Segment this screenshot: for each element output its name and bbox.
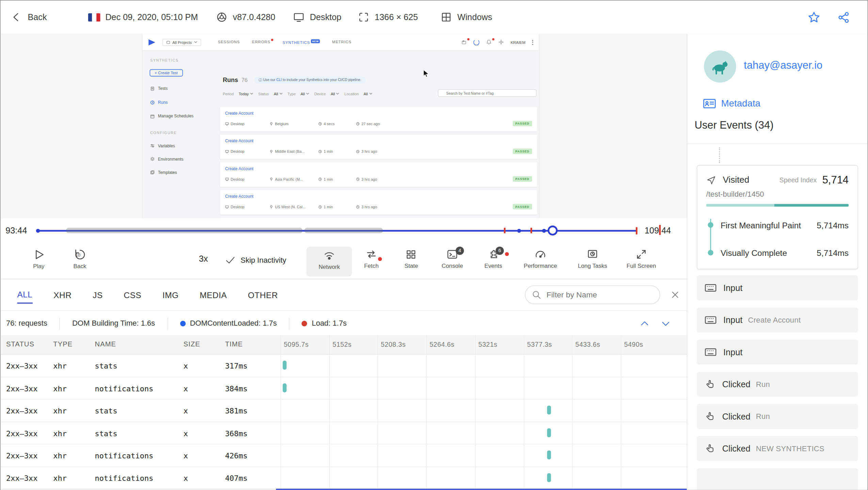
playhead-handle[interactable] bbox=[548, 226, 558, 235]
event-item-partial[interactable] bbox=[697, 468, 858, 490]
error-marker bbox=[504, 228, 505, 233]
location-pin-icon bbox=[269, 149, 273, 153]
kebab-menu-icon bbox=[532, 39, 533, 45]
player-column: All Projects SESSIONS ERRORS SYNTHETICSN… bbox=[1, 34, 687, 490]
request-waterfall-bar bbox=[547, 451, 551, 459]
long-tasks-panel-button[interactable]: Long Tasks bbox=[569, 248, 616, 269]
close-icon[interactable] bbox=[670, 290, 680, 300]
browser-icon bbox=[215, 11, 228, 23]
speed-toggle[interactable]: 3x bbox=[192, 254, 214, 264]
network-row[interactable]: 2xx–3xxxhrstatsx317ms bbox=[1, 355, 687, 377]
recorded-tab-sessions: SESSIONS bbox=[218, 40, 240, 44]
play-button[interactable]: Play bbox=[26, 248, 52, 270]
status-badge: PASSED bbox=[513, 148, 532, 154]
chevron-up-icon[interactable] bbox=[639, 318, 650, 328]
horizontal-scrollbar[interactable] bbox=[276, 488, 687, 490]
events-panel-button[interactable]: 6 Events bbox=[477, 248, 509, 269]
monitor-icon bbox=[293, 11, 305, 23]
click-event-item[interactable]: Clicked NEW SYNTHETICS bbox=[697, 436, 858, 461]
network-stats-bar: 76: requests DOM Building Time: 1.6s DOM… bbox=[1, 310, 687, 336]
os-label: Windows bbox=[457, 12, 492, 22]
keyboard-icon bbox=[705, 347, 717, 357]
run-name-link: Create Account bbox=[225, 111, 254, 116]
total-time: 109:44 bbox=[645, 226, 671, 235]
network-tab-media[interactable]: MEDIA bbox=[200, 287, 227, 303]
cli-banner: ⓘ Use our CLI to include your Synthetics… bbox=[254, 76, 366, 83]
click-event-item[interactable]: Clicked Run bbox=[697, 372, 858, 397]
clock-icon bbox=[318, 205, 322, 209]
network-icon bbox=[323, 249, 335, 262]
recorded-project-selector: All Projects bbox=[162, 38, 201, 46]
chevron-down-icon[interactable] bbox=[660, 318, 671, 328]
visited-label: Visited bbox=[723, 175, 749, 185]
visited-event-card[interactable]: Visited Speed Index 5,714 /test-builder/… bbox=[697, 165, 858, 269]
network-panel-button[interactable]: Network bbox=[307, 247, 352, 277]
network-row[interactable]: 2xx–3xxxhrstatsx368ms bbox=[1, 422, 687, 444]
event-dot bbox=[542, 229, 546, 233]
network-row[interactable]: 2xx–3xxxhrnotificationsx384ms bbox=[1, 377, 687, 399]
network-tab-js[interactable]: JS bbox=[93, 287, 102, 303]
console-panel-button[interactable]: 4 Console bbox=[436, 248, 468, 269]
recorded-cursor-icon bbox=[423, 69, 431, 78]
request-waterfall-bar bbox=[547, 473, 551, 482]
network-row[interactable]: 2xx–3xxxhrnotificationsx407ms bbox=[1, 467, 687, 489]
back-10-button[interactable]: 10 Back bbox=[66, 248, 94, 270]
network-tab-all[interactable]: ALL bbox=[17, 286, 32, 303]
recorded-nav-icons: KRAIEM bbox=[461, 39, 533, 45]
folder-icon bbox=[166, 40, 170, 44]
back-button[interactable]: Back bbox=[11, 1, 47, 34]
user-events-sidebar: tahay@asayer.io Metadata User Events (34… bbox=[687, 34, 868, 490]
metadata-link[interactable]: Metadata bbox=[703, 98, 760, 109]
os-type: Windows bbox=[440, 1, 492, 34]
fetch-panel-button[interactable]: Fetch bbox=[357, 248, 385, 269]
dom-content-loaded: DOMContentLoaded: 1.7s bbox=[167, 317, 289, 329]
recorded-filters: Period Today Status All Type All Device … bbox=[223, 89, 537, 98]
monitor-icon bbox=[225, 177, 229, 181]
input-event-item[interactable]: Input bbox=[697, 340, 858, 364]
filter-input-wrap bbox=[525, 285, 660, 304]
events-list: Visited Speed Index 5,714 /test-builder/… bbox=[687, 144, 867, 490]
input-event-item[interactable]: Input Create Account bbox=[697, 308, 858, 332]
network-tab-other[interactable]: OTHER bbox=[248, 287, 278, 303]
player-timeline[interactable]: 93:44 109:44 bbox=[1, 218, 687, 245]
request-waterfall-bar bbox=[283, 383, 286, 392]
skip-inactivity-toggle[interactable]: Skip Inactivity bbox=[225, 255, 286, 265]
recorded-content: Runs 76 ⓘ Use our CLI to include your Sy… bbox=[219, 50, 539, 218]
recorded-tabs: SESSIONS ERRORS SYNTHETICSNEW METRICS bbox=[218, 39, 352, 45]
filter-by-name-input[interactable] bbox=[525, 285, 660, 304]
browser-version-label: v87.0.4280 bbox=[233, 12, 275, 22]
run-name-link: Create Account bbox=[225, 166, 254, 172]
recorded-item-runs: Runs bbox=[142, 95, 218, 109]
replay-screen[interactable]: All Projects SESSIONS ERRORS SYNTHETICSN… bbox=[142, 34, 540, 218]
network-tab-css[interactable]: CSS bbox=[124, 287, 142, 303]
input-event-item[interactable]: Input bbox=[697, 275, 858, 300]
state-panel-button[interactable]: State bbox=[396, 248, 426, 269]
network-tab-img[interactable]: IMG bbox=[162, 287, 179, 303]
status-badge: PASSED bbox=[513, 204, 532, 209]
recorded-item-tests: Tests bbox=[142, 81, 218, 95]
inactivity-band bbox=[304, 228, 383, 233]
clock-icon bbox=[318, 177, 322, 181]
performance-panel-button[interactable]: Performance bbox=[517, 248, 564, 269]
back-label: Back bbox=[28, 12, 47, 22]
network-tab-xhr[interactable]: XHR bbox=[53, 287, 71, 303]
monitor-icon bbox=[225, 149, 229, 153]
recorded-item-manage-schedules: Manage Schedules bbox=[142, 109, 218, 123]
browser-version: v87.0.4280 bbox=[215, 1, 275, 34]
speed-index-value: 5,714 bbox=[822, 174, 849, 186]
user-events-title: User Events (34) bbox=[694, 119, 773, 131]
network-row[interactable]: 2xx–3xxxhrstatsx381ms bbox=[1, 399, 687, 422]
fetch-alert-dot bbox=[378, 257, 382, 261]
long-tasks-icon bbox=[586, 248, 599, 261]
chevron-left-icon bbox=[11, 11, 23, 23]
favorite-button[interactable] bbox=[807, 1, 821, 34]
play-icon bbox=[32, 248, 45, 261]
recorded-user-name: KRAIEM bbox=[511, 40, 526, 44]
run-name-link: Create Account bbox=[225, 194, 254, 199]
clock-icon bbox=[356, 149, 359, 153]
click-event-item[interactable]: Clicked Run bbox=[697, 404, 858, 429]
fullscreen-button[interactable]: Full Screen bbox=[618, 248, 665, 269]
blue-dot-icon bbox=[180, 321, 186, 326]
network-row[interactable]: 2xx–3xxxhrnotificationsx426ms bbox=[1, 444, 687, 467]
share-button[interactable] bbox=[837, 1, 851, 34]
